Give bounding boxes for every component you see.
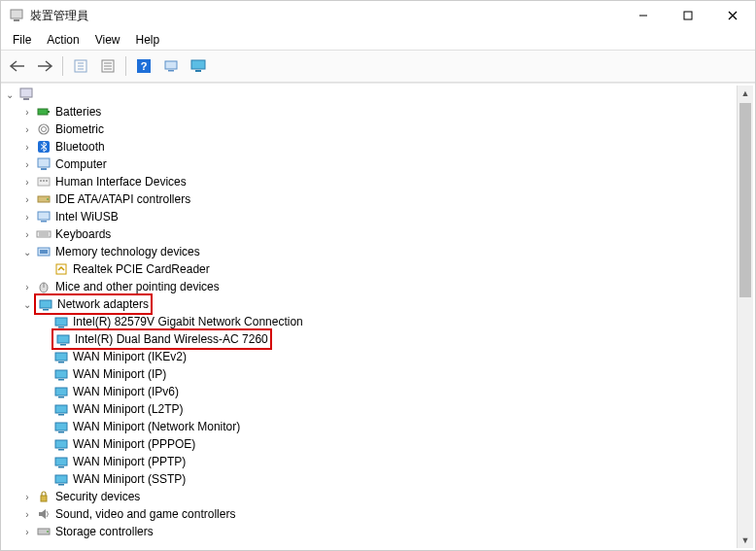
svg-rect-66 bbox=[58, 484, 64, 486]
chevron-right-icon[interactable]: › bbox=[20, 175, 34, 189]
tree-node-network-item[interactable]: ›WAN Miniport (PPPOE) bbox=[38, 435, 738, 453]
svg-point-69 bbox=[47, 531, 49, 533]
scroll-up-arrow-icon[interactable]: ▲ bbox=[738, 86, 753, 101]
security-icon bbox=[36, 489, 52, 504]
menu-action[interactable]: Action bbox=[39, 30, 86, 50]
tree-node-storage[interactable]: › Storage controllers bbox=[20, 523, 738, 540]
memory-icon bbox=[36, 244, 52, 259]
tree-node-network-item[interactable]: ›WAN Miniport (IP) bbox=[38, 365, 738, 383]
window-title: 裝置管理員 bbox=[30, 8, 621, 24]
svg-rect-16 bbox=[165, 61, 177, 69]
tree-node-hid[interactable]: › Human Interface Devices bbox=[20, 173, 738, 190]
computer-icon bbox=[36, 156, 52, 172]
tree-container: ⌄ › Batteries bbox=[1, 83, 755, 550]
chevron-down-icon[interactable]: ⌄ bbox=[20, 245, 34, 258]
tree-node-biometric[interactable]: › Biometric bbox=[20, 121, 738, 138]
tree-scroll[interactable]: ⌄ › Batteries bbox=[3, 86, 738, 548]
storage-icon bbox=[36, 524, 52, 539]
svg-rect-30 bbox=[40, 180, 42, 182]
minimize-button[interactable] bbox=[621, 1, 666, 30]
tree-node-computer[interactable]: › Computer bbox=[20, 155, 738, 173]
svg-rect-17 bbox=[168, 70, 174, 72]
bluetooth-icon bbox=[36, 139, 52, 155]
tree-node-sound[interactable]: › Sound, video and game controllers bbox=[20, 505, 738, 523]
svg-point-34 bbox=[47, 198, 49, 200]
tree-node-intel-wiusb[interactable]: › Intel WiUSB bbox=[20, 208, 738, 225]
toolbar-scan-button[interactable] bbox=[158, 53, 184, 79]
toolbar-properties-button[interactable] bbox=[95, 53, 120, 79]
toolbar-forward-button[interactable] bbox=[32, 53, 57, 79]
tree-node-network-item[interactable]: ›WAN Miniport (IKEv2) bbox=[38, 348, 738, 365]
tree-node-realtek-cardreader[interactable]: › Realtek PCIE CardReader bbox=[38, 260, 738, 278]
svg-rect-64 bbox=[58, 466, 64, 468]
tree-node-network-item[interactable]: ›WAN Miniport (IPv6) bbox=[38, 383, 738, 400]
tree-node-network-item[interactable]: ›WAN Miniport (SSTP) bbox=[38, 470, 738, 488]
svg-rect-65 bbox=[55, 475, 67, 483]
tree-node-network-item[interactable]: › Intel(R) Dual Band Wireless-AC 7260 bbox=[38, 330, 738, 348]
maximize-button[interactable] bbox=[666, 1, 710, 30]
chevron-right-icon[interactable]: › bbox=[20, 525, 34, 538]
chevron-right-icon[interactable]: › bbox=[20, 192, 34, 206]
node-label: WAN Miniport (IKEv2) bbox=[73, 350, 187, 363]
menu-file[interactable]: File bbox=[5, 30, 39, 50]
svg-rect-32 bbox=[46, 180, 48, 182]
tree-node-ide[interactable]: › IDE ATA/ATAPI controllers bbox=[20, 190, 738, 208]
network-card-icon bbox=[53, 384, 69, 399]
menu-view[interactable]: View bbox=[87, 30, 128, 50]
tree-node-network-item[interactable]: ›WAN Miniport (L2TP) bbox=[38, 400, 738, 418]
svg-rect-3 bbox=[684, 12, 692, 19]
toolbar-help-button[interactable]: ? bbox=[131, 53, 156, 79]
chevron-right-icon[interactable]: › bbox=[20, 507, 34, 521]
tree-node-keyboards[interactable]: › Keyboards bbox=[20, 225, 738, 243]
tree-node-memory-tech[interactable]: ⌄ Memory technology devices › Realtek PC bbox=[20, 243, 738, 278]
chevron-right-icon[interactable]: › bbox=[20, 280, 34, 293]
tree-node-network-item[interactable]: ›WAN Miniport (PPTP) bbox=[38, 453, 738, 470]
tree-root[interactable]: ⌄ › Batteries bbox=[3, 86, 738, 540]
tree-node-network-adapters[interactable]: ⌄ Network adapters › bbox=[20, 295, 738, 488]
vertical-scrollbar[interactable]: ▲ ▼ bbox=[737, 86, 753, 548]
toolbar-show-hidden-button[interactable] bbox=[68, 53, 93, 79]
chevron-right-icon[interactable]: › bbox=[20, 140, 34, 154]
scrollbar-thumb[interactable] bbox=[739, 103, 751, 297]
menu-help[interactable]: Help bbox=[128, 30, 168, 50]
close-button[interactable] bbox=[710, 1, 755, 30]
svg-rect-35 bbox=[38, 212, 50, 220]
chevron-right-icon[interactable]: › bbox=[20, 210, 34, 224]
toolbar-monitor-button[interactable] bbox=[186, 53, 211, 79]
svg-rect-18 bbox=[191, 60, 205, 69]
tree-node-bluetooth[interactable]: › Bluetooth bbox=[20, 138, 738, 155]
chevron-right-icon[interactable]: › bbox=[20, 157, 34, 171]
toolbar-separator bbox=[125, 56, 126, 76]
node-label: WAN Miniport (SSTP) bbox=[73, 472, 186, 486]
node-label: Intel(R) 82579V Gigabit Network Connecti… bbox=[73, 315, 303, 328]
node-label: WAN Miniport (Network Monitor) bbox=[73, 420, 240, 433]
scroll-down-arrow-icon[interactable]: ▼ bbox=[738, 533, 753, 548]
network-card-icon bbox=[53, 349, 69, 364]
chevron-right-icon[interactable]: › bbox=[20, 490, 34, 503]
node-label: Realtek PCIE CardReader bbox=[73, 262, 210, 276]
node-label: Computer bbox=[55, 157, 107, 171]
svg-rect-63 bbox=[55, 458, 67, 465]
svg-rect-46 bbox=[43, 309, 49, 311]
toolbar-back-button[interactable] bbox=[5, 53, 30, 79]
chevron-right-icon[interactable]: › bbox=[20, 227, 34, 241]
node-label: Keyboards bbox=[55, 227, 111, 241]
mouse-icon bbox=[36, 279, 52, 294]
chevron-down-icon[interactable]: ⌄ bbox=[20, 297, 34, 311]
node-label: Memory technology devices bbox=[55, 245, 200, 258]
usb-icon bbox=[36, 209, 52, 224]
titlebar: 裝置管理員 bbox=[1, 1, 755, 30]
node-label: Bluetooth bbox=[55, 140, 105, 154]
tree-node-batteries[interactable]: › Batteries bbox=[20, 103, 738, 121]
battery-icon bbox=[36, 104, 52, 120]
chevron-right-icon[interactable]: › bbox=[20, 122, 34, 136]
tree-node-security-devices[interactable]: › Security devices bbox=[20, 488, 738, 505]
node-label: WAN Miniport (IPv6) bbox=[73, 385, 179, 398]
node-label: Batteries bbox=[55, 105, 101, 119]
tree-node-network-item[interactable]: ›WAN Miniport (Network Monitor) bbox=[38, 418, 738, 435]
network-card-icon bbox=[53, 436, 69, 452]
chevron-down-icon[interactable]: ⌄ bbox=[3, 87, 17, 101]
cardreader-icon bbox=[53, 261, 69, 277]
chevron-right-icon[interactable]: › bbox=[20, 105, 34, 119]
svg-rect-62 bbox=[58, 449, 64, 451]
